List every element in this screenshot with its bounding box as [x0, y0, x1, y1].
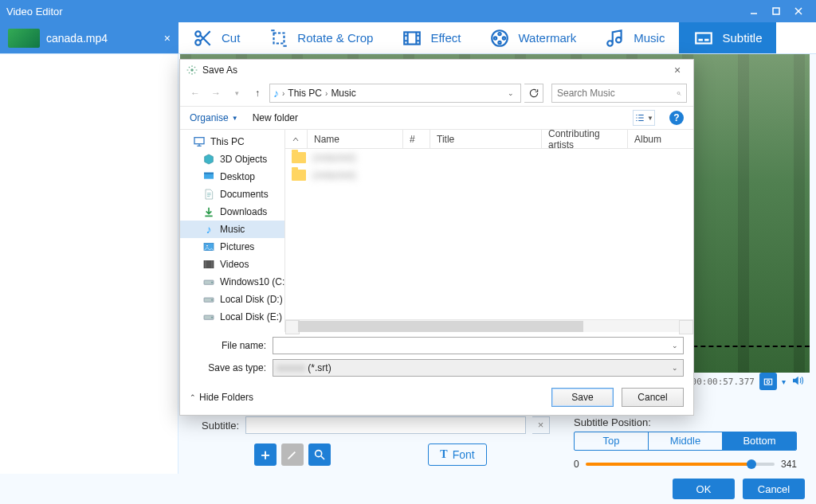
file-row-name: (redacted): [312, 152, 356, 163]
tool-effect[interactable]: Effect: [387, 22, 475, 53]
dialog-save-button[interactable]: Save: [551, 388, 614, 407]
film-icon: [402, 28, 422, 49]
col-album[interactable]: Album: [628, 130, 693, 148]
col-sort-indicator[interactable]: [285, 130, 308, 148]
tool-rotate-crop[interactable]: Rotate & Crop: [254, 22, 387, 53]
col-title[interactable]: Title: [430, 130, 542, 148]
dialog-search-field[interactable]: [551, 84, 687, 103]
view-mode-button[interactable]: ▼: [633, 110, 655, 126]
folder-tree[interactable]: This PC3D ObjectsDesktopDocumentsDownloa…: [180, 130, 285, 332]
breadcrumb-0[interactable]: This PC: [288, 88, 322, 99]
position-slider[interactable]: [586, 463, 775, 466]
file-name-input[interactable]: [277, 340, 680, 352]
svg-point-32: [211, 317, 212, 318]
drive-icon: [202, 275, 215, 288]
main-toolbar: canada.mp4 × Cut Rotate & Crop Effect Wa…: [0, 22, 816, 54]
file-tab-close-icon[interactable]: ×: [164, 32, 171, 45]
window-maximize-button[interactable]: [765, 0, 787, 22]
subtitle-text-input[interactable]: [245, 416, 526, 434]
tree-item-3d-objects[interactable]: 3D Objects: [180, 150, 284, 168]
tree-item-local-disk-e-[interactable]: Local Disk (E:): [180, 308, 284, 326]
subtitle-field-label: Subtitle:: [191, 420, 239, 432]
position-bottom[interactable]: Bottom: [723, 432, 796, 450]
address-breadcrumb[interactable]: ♪ › This PC › Music ⌄: [269, 84, 521, 103]
pc-icon: [193, 135, 206, 148]
dialog-close-button[interactable]: ×: [668, 64, 687, 76]
save-type-field[interactable]: xxxxxx (*.srt) ⌄: [273, 359, 684, 377]
col-artists[interactable]: Contributing artists: [542, 130, 628, 148]
help-button[interactable]: ?: [669, 111, 684, 125]
tool-cut[interactable]: Cut: [178, 22, 254, 53]
subtitle-clear-button[interactable]: ×: [532, 416, 550, 434]
svg-point-25: [206, 244, 209, 247]
tree-item-pictures[interactable]: Pictures: [180, 238, 284, 256]
tree-item-this-pc[interactable]: This PC: [180, 133, 284, 150]
save-type-dropdown[interactable]: ⌄: [669, 361, 681, 374]
volume-button[interactable]: [790, 373, 805, 389]
tool-watermark[interactable]: Watermark: [475, 22, 590, 53]
save-type-value: (*.srt): [308, 362, 331, 373]
dialog-search-input[interactable]: [557, 88, 677, 99]
svg-point-9: [499, 32, 501, 34]
font-t-icon: T: [440, 448, 447, 461]
tool-subtitle[interactable]: Subtitle: [679, 22, 776, 53]
file-row[interactable]: (redacted): [285, 166, 693, 184]
tree-item-desktop[interactable]: Desktop: [180, 168, 284, 186]
breadcrumb-1[interactable]: Music: [331, 88, 355, 99]
font-button[interactable]: T Font: [428, 443, 486, 466]
svg-point-12: [503, 37, 505, 39]
tree-item-label: Documents: [220, 189, 269, 200]
hide-folders-toggle[interactable]: ⌃ Hide Folders: [190, 392, 253, 403]
edit-subtitle-button[interactable]: [281, 443, 304, 466]
tool-cut-label: Cut: [222, 31, 240, 45]
subtitle-position-segmented: Top Middle Bottom: [574, 432, 797, 451]
slider-knob[interactable]: [747, 459, 756, 469]
file-name-label: File name:: [190, 340, 266, 351]
file-row-name: (redacted): [312, 170, 356, 181]
tree-item-videos[interactable]: Videos: [180, 256, 284, 273]
col-name[interactable]: Name: [308, 130, 403, 148]
file-rows[interactable]: (redacted)(redacted): [285, 149, 693, 319]
tree-item-local-disk-d-[interactable]: Local Disk (D:): [180, 291, 284, 308]
refresh-button[interactable]: [524, 84, 543, 103]
dialog-cancel-button[interactable]: Cancel: [622, 388, 684, 407]
ok-button[interactable]: OK: [673, 479, 735, 499]
tree-item-documents[interactable]: Documents: [180, 186, 284, 203]
new-folder-button[interactable]: New folder: [253, 112, 298, 123]
nav-up-button[interactable]: ↑: [249, 84, 266, 102]
svg-point-19: [677, 92, 680, 94]
svg-rect-6: [274, 33, 284, 43]
file-name-dropdown[interactable]: ⌄: [669, 339, 681, 352]
svg-line-17: [321, 456, 324, 459]
tree-item-windows10-c-[interactable]: Windows10 (C:): [180, 273, 284, 291]
scrollbar-thumb[interactable]: [298, 321, 583, 332]
window-close-button[interactable]: [787, 0, 810, 22]
file-name-field[interactable]: ⌄: [273, 337, 684, 354]
window-minimize-button[interactable]: [743, 0, 765, 22]
reel-icon: [489, 28, 510, 49]
horizontal-scrollbar[interactable]: [285, 319, 693, 332]
footer-bar: OK Cancel: [0, 474, 816, 504]
cancel-button[interactable]: Cancel: [743, 479, 805, 499]
tool-music[interactable]: Music: [590, 22, 679, 53]
find-subtitle-button[interactable]: [308, 443, 331, 466]
search-icon: [677, 88, 681, 99]
open-file-tab[interactable]: canada.mp4 ×: [0, 22, 178, 53]
add-subtitle-button[interactable]: ＋: [254, 443, 277, 466]
position-middle[interactable]: Middle: [649, 432, 723, 450]
breadcrumb-dropdown[interactable]: ⌄: [504, 89, 517, 97]
tree-item-music[interactable]: ♪Music: [180, 221, 284, 238]
vid-icon: [202, 258, 215, 271]
snapshot-button[interactable]: [759, 373, 777, 390]
organise-menu[interactable]: Organise▼: [190, 112, 238, 123]
position-top[interactable]: Top: [575, 432, 649, 450]
nav-forward-button[interactable]: →: [207, 84, 225, 102]
svg-rect-13: [696, 33, 712, 43]
slider-min: 0: [574, 459, 579, 470]
file-row[interactable]: (redacted): [285, 149, 693, 166]
tree-item-downloads[interactable]: Downloads: [180, 203, 284, 221]
nav-recent-button[interactable]: ▾: [228, 84, 245, 102]
tool-effect-label: Effect: [430, 31, 461, 45]
col-number[interactable]: #: [403, 130, 430, 148]
nav-back-button[interactable]: ←: [186, 84, 204, 102]
